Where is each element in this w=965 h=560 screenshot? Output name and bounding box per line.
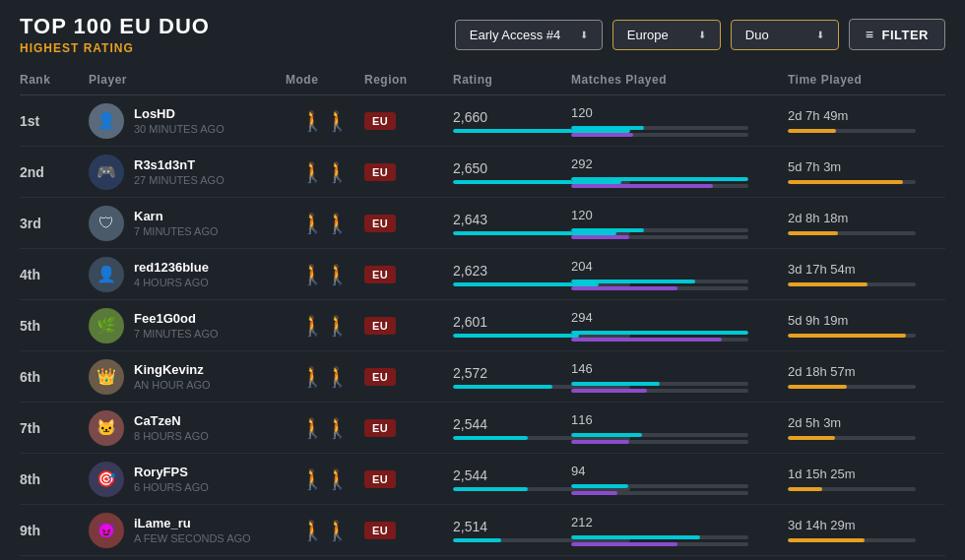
matches-bar-purple-fill: [571, 542, 677, 546]
time-bar-fill: [788, 436, 835, 440]
table-row[interactable]: 6th 👑 KingKevinz AN HOUR AGO 🚶🚶 EU 2,572…: [20, 351, 945, 403]
table-row[interactable]: 4th 👤 red1236blue 4 HOURS AGO 🚶🚶 EU 2,62…: [20, 249, 945, 300]
region-cell: EU: [364, 368, 453, 386]
region-badge: EU: [364, 470, 396, 488]
table-row[interactable]: 3rd 🛡 Karn 7 MINUTES AGO 🚶🚶 EU 2,643 120: [20, 198, 945, 249]
matches-bar-cyan: [571, 280, 748, 283]
matches-bar-purple: [571, 440, 748, 444]
region-label: Europe: [627, 28, 669, 42]
time-value: 1d 15h 25m: [788, 467, 965, 481]
matches-bar-purple-fill: [571, 389, 647, 393]
rating-cell: 2,643: [453, 212, 571, 235]
matches-cell: 146: [571, 361, 788, 393]
col-time: Time Played: [788, 73, 965, 87]
player-time: 7 MINUTES AGO: [134, 328, 219, 340]
filter-button[interactable]: ≡ FILTER: [849, 19, 945, 50]
mode-cell: 🚶🚶: [286, 365, 364, 389]
matches-bar-cyan: [571, 484, 748, 488]
table-header: Rank Player Mode Region Rating Matches P…: [20, 65, 945, 95]
time-bar: [788, 231, 916, 235]
matches-value: 294: [571, 310, 788, 325]
matches-cell: 294: [571, 310, 788, 342]
time-value: 2d 8h 18m: [788, 211, 965, 225]
matches-cell: 212: [571, 515, 788, 546]
mode-cell: 🚶🚶: [286, 212, 364, 235]
rank-cell: 2nd: [20, 164, 89, 180]
rating-bar-fill: [453, 487, 528, 491]
region-cell: EU: [364, 317, 453, 335]
region-dropdown[interactable]: Europe ⬇: [612, 20, 721, 50]
rating-bar-fill: [453, 538, 501, 542]
col-mode: Mode: [286, 73, 364, 87]
rating-cell: 2,660: [453, 109, 571, 133]
table-row[interactable]: 5th 🌿 Fee1G0od 7 MINUTES AGO 🚶🚶 EU 2,601…: [20, 300, 945, 351]
early-access-dropdown[interactable]: Early Access #4 ⬇: [455, 20, 603, 50]
region-badge: EU: [364, 419, 396, 437]
filter-icon: ≡: [866, 27, 874, 42]
matches-bar-cyan-fill: [571, 177, 748, 181]
rating-value: 2,643: [453, 212, 571, 227]
matches-cell: 94: [571, 464, 788, 495]
table-row[interactable]: 1st 👤 LosHD 30 MINUTES AGO 🚶🚶 EU 2,660 1…: [20, 95, 945, 147]
table-row[interactable]: 7th 🐱 CaTzeN 8 HOURS AGO 🚶🚶 EU 2,544 116: [20, 403, 945, 454]
rating-cell: 2,572: [453, 365, 571, 389]
rank-cell: 1st: [20, 113, 89, 129]
time-value: 2d 18h 57m: [788, 364, 965, 379]
player-name: Karn: [134, 209, 219, 223]
matches-bar-purple-fill: [571, 440, 629, 444]
rank-cell: 7th: [20, 420, 89, 436]
matches-bar-purple: [571, 389, 748, 393]
time-cell: 5d 9h 19m: [788, 313, 965, 338]
mode-dropdown[interactable]: Duo ⬇: [731, 20, 839, 50]
duo-mode-icon: 🚶🚶: [300, 109, 350, 133]
duo-mode-icon: 🚶🚶: [300, 519, 350, 542]
region-badge: EU: [364, 317, 396, 335]
table-body: 1st 👤 LosHD 30 MINUTES AGO 🚶🚶 EU 2,660 1…: [20, 95, 945, 560]
mode-cell: 🚶🚶: [286, 519, 364, 542]
rating-value: 2,544: [453, 416, 571, 432]
matches-bar-cyan: [571, 433, 748, 437]
player-cell: 👤 LosHD 30 MINUTES AGO: [89, 103, 286, 139]
avatar: 👑: [89, 359, 124, 395]
region-cell: EU: [364, 522, 453, 539]
region-cell: EU: [364, 215, 453, 232]
matches-bar-purple: [571, 286, 748, 290]
time-bar-fill: [788, 385, 847, 389]
mode-cell: 🚶🚶: [286, 416, 364, 440]
chevron-down-icon: ⬇: [698, 30, 706, 40]
time-bar: [788, 436, 916, 440]
time-value: 3d 14h 29m: [788, 518, 965, 532]
region-badge: EU: [364, 266, 396, 283]
time-bar: [788, 538, 916, 542]
table-row[interactable]: 9th 😈 iLame_ru A FEW SECONDS AGO 🚶🚶 EU 2…: [20, 505, 945, 556]
matches-cell: 292: [571, 156, 788, 188]
mode-label: Duo: [745, 28, 769, 42]
matches-cell: 120: [571, 105, 788, 137]
player-cell: 👤 red1236blue 4 HOURS AGO: [89, 257, 286, 292]
matches-cell: 120: [571, 208, 788, 239]
matches-value: 146: [571, 361, 788, 376]
time-cell: 2d 18h 57m: [788, 364, 965, 389]
player-info: Karn 7 MINUTES AGO: [134, 209, 219, 237]
matches-bar-cyan-fill: [571, 331, 748, 335]
rating-value: 2,650: [453, 160, 571, 176]
player-cell: 😈 iLame_ru A FEW SECONDS AGO: [89, 513, 286, 548]
duo-mode-icon: 🚶🚶: [300, 467, 350, 491]
player-cell: 🎯 RoryFPS 6 HOURS AGO: [89, 462, 286, 497]
controls: Early Access #4 ⬇ Europe ⬇ Duo ⬇ ≡ FILTE…: [455, 19, 945, 50]
matches-value: 120: [571, 105, 788, 120]
matches-bar-cyan: [571, 382, 748, 386]
table-row[interactable]: 10th 💀 IamPhil 11 HOURS AGO 🚶🚶 EU 2,506 …: [20, 556, 945, 560]
time-cell: 3d 17h 54m: [788, 262, 965, 286]
rank-cell: 9th: [20, 523, 89, 538]
table-row[interactable]: 8th 🎯 RoryFPS 6 HOURS AGO 🚶🚶 EU 2,544 94: [20, 454, 945, 505]
duo-mode-icon: 🚶🚶: [300, 314, 350, 338]
early-access-label: Early Access #4: [470, 28, 561, 42]
duo-mode-icon: 🚶🚶: [300, 416, 350, 440]
time-cell: 1d 15h 25m: [788, 467, 965, 491]
time-bar-fill: [788, 129, 836, 133]
table-row[interactable]: 2nd 🎮 R3s1d3nT 27 MINUTES AGO 🚶🚶 EU 2,65…: [20, 147, 945, 198]
time-value: 5d 9h 19m: [788, 313, 965, 328]
rank-cell: 3rd: [20, 216, 89, 231]
region-cell: EU: [364, 470, 453, 488]
